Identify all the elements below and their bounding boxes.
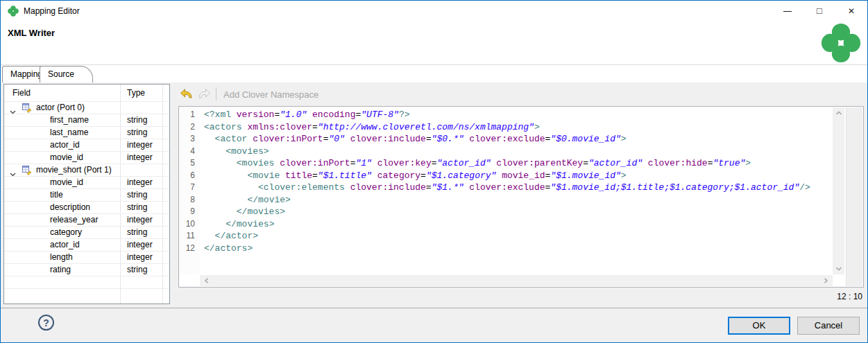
column-divider <box>162 85 163 304</box>
tree-group-row[interactable]: actor (Port 0) <box>4 101 169 114</box>
dialog-heading: XML Writer <box>8 28 55 38</box>
field-label: last_name <box>50 127 88 139</box>
scroll-left-icon[interactable] <box>203 278 210 283</box>
line-number: 12 <box>179 243 200 255</box>
field-label: movie_short (Port 1) <box>36 164 112 176</box>
horizontal-scrollbar[interactable] <box>200 275 833 286</box>
editor-toolbar: Add Clover Namespace <box>176 82 865 105</box>
tree-field-row[interactable]: ratingstring <box>4 263 169 276</box>
code-line[interactable]: <movies clover:inPort="1" clover:key="ac… <box>204 157 832 170</box>
field-type: string <box>127 264 147 276</box>
tree-field-row[interactable]: release_yearinteger <box>4 213 169 226</box>
field-type: string <box>127 227 147 238</box>
code-line[interactable]: </movie> <box>204 194 832 206</box>
scroll-up-icon[interactable] <box>835 110 842 116</box>
field-label: movie_id <box>50 152 83 164</box>
line-number: 5 <box>179 157 200 170</box>
close-button[interactable]: ✕ <box>835 1 867 21</box>
tree-field-row[interactable]: titlestring <box>4 188 169 201</box>
vertical-scrollbar[interactable] <box>833 107 844 274</box>
undo-button[interactable] <box>180 87 195 101</box>
cursor-position-status: 12 : 10 <box>837 292 862 301</box>
record-icon <box>22 165 32 175</box>
clover-logo-icon <box>821 23 861 63</box>
field-type: string <box>127 114 147 126</box>
column-header-field: Field <box>12 88 31 98</box>
add-clover-namespace-button: Add Clover Namespace <box>223 89 318 100</box>
tree-field-row[interactable]: actor_idinteger <box>4 139 169 151</box>
field-label: movie_id <box>50 177 83 188</box>
overview-ruler <box>846 107 862 286</box>
line-number: 10 <box>179 218 200 231</box>
scroll-right-icon[interactable] <box>822 278 829 283</box>
field-label: rating <box>50 264 71 276</box>
code-line[interactable]: <movie title="$1.title" category="$1.cat… <box>204 170 832 182</box>
cancel-button[interactable]: Cancel <box>797 317 860 335</box>
redo-icon <box>197 87 211 99</box>
xml-source-editor[interactable]: 123456789101112 <?xml version="1.0" enco… <box>178 106 864 288</box>
dialog-footer: ? OK Cancel <box>1 308 867 342</box>
field-label: first_name <box>50 114 89 126</box>
tree-field-row[interactable]: movie_idinteger <box>4 151 169 164</box>
maximize-button[interactable]: □ <box>803 1 835 21</box>
window-title: Mapping Editor <box>24 6 80 16</box>
code-line[interactable]: </movies> <box>204 218 832 231</box>
field-label: category <box>50 227 82 238</box>
code-line[interactable]: </actor> <box>204 230 832 243</box>
field-label: title <box>50 189 63 201</box>
tree-field-row[interactable]: first_namestring <box>4 114 169 126</box>
tree-field-row[interactable]: categorystring <box>4 226 169 238</box>
code-line[interactable]: </actors> <box>204 243 832 255</box>
code-line[interactable]: <clover:elements clover:include="$1.*" c… <box>204 182 832 194</box>
tree-group-row[interactable]: movie_short (Port 1) <box>4 164 169 176</box>
field-type: string <box>127 127 147 139</box>
tree-field-row[interactable]: descriptionstring <box>4 201 169 213</box>
line-number-gutter: 123456789101112 <box>179 107 200 275</box>
line-number: 11 <box>179 230 200 243</box>
tree-field-row[interactable]: movie_idinteger <box>4 176 169 188</box>
field-type: integer <box>127 214 153 226</box>
tree-empty-row <box>4 288 169 301</box>
tree-field-row[interactable]: last_namestring <box>4 126 169 139</box>
toolbar-separator <box>216 87 216 100</box>
tree-empty-row <box>4 276 169 288</box>
code-line[interactable]: <movies> <box>204 146 832 158</box>
line-number: 6 <box>179 170 200 182</box>
ok-button[interactable]: OK <box>728 317 790 335</box>
code-line[interactable]: </movies> <box>204 206 832 218</box>
field-label: release_year <box>50 214 98 226</box>
scroll-down-icon[interactable] <box>835 266 842 272</box>
redo-button-disabled <box>197 87 212 101</box>
window-controls: — □ ✕ <box>772 1 867 21</box>
field-label: actor (Port 0) <box>36 102 85 114</box>
code-line[interactable]: <actor clover:inPort="0" clover:include=… <box>204 133 832 146</box>
tree-field-row[interactable]: lengthinteger <box>4 251 169 263</box>
field-type: string <box>127 202 147 213</box>
mapping-editor-window: Mapping Editor — □ ✕ XML Writer Mapping … <box>0 0 868 343</box>
field-type: integer <box>127 252 153 263</box>
line-number: 3 <box>179 133 200 146</box>
field-type: integer <box>127 177 153 188</box>
tree-field-row[interactable]: actor_idinteger <box>4 238 169 251</box>
clover-app-icon <box>8 6 19 17</box>
source-tab-content: Field Type actor (Port 0)first_namestrin… <box>1 82 867 308</box>
code-line[interactable]: <?xml version="1.0" encoding="UTF-8"?> <box>204 109 832 121</box>
tab-strip: Mapping Source <box>1 63 867 82</box>
line-number: 9 <box>179 206 200 218</box>
line-number: 7 <box>179 182 200 194</box>
column-header-type: Type <box>127 88 145 98</box>
help-button[interactable]: ? <box>38 315 54 331</box>
field-label: length <box>50 252 73 263</box>
code-area[interactable]: <?xml version="1.0" encoding="UTF-8"?><a… <box>200 107 832 275</box>
titlebar: Mapping Editor — □ ✕ <box>1 1 867 21</box>
field-label: description <box>50 202 90 213</box>
field-type: integer <box>127 239 153 251</box>
line-number: 8 <box>179 194 200 206</box>
field-type: integer <box>127 152 153 164</box>
column-divider <box>120 85 121 304</box>
code-line[interactable]: <actors xmlns:clover="http://www.clovere… <box>204 121 832 134</box>
tree-header: Field Type <box>4 85 169 101</box>
tab-source[interactable]: Source <box>40 66 93 82</box>
minimize-button[interactable]: — <box>772 1 803 21</box>
line-number: 2 <box>179 121 200 134</box>
